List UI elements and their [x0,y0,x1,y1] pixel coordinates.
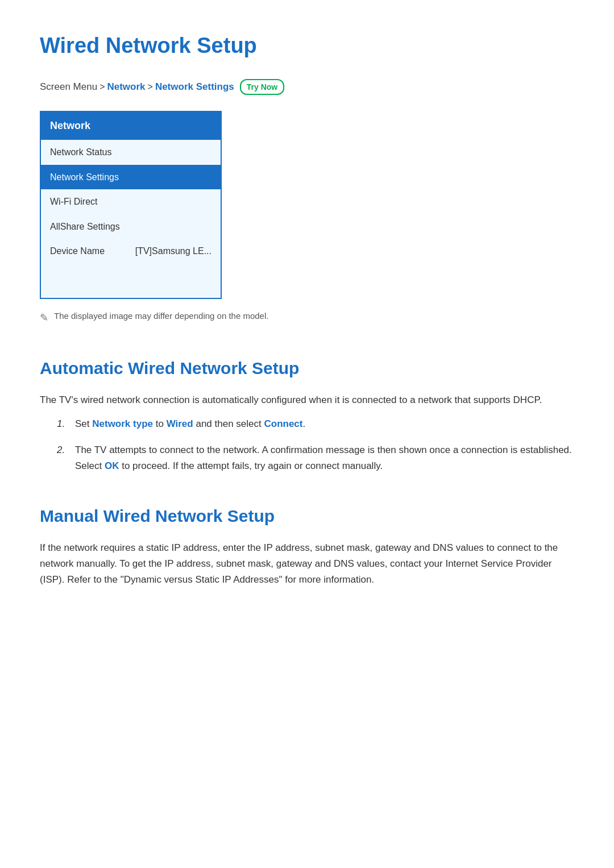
try-now-badge[interactable]: Try Now [240,79,284,95]
disclaimer-text: The displayed image may differ depending… [54,309,268,323]
section-auto-title: Automatic Wired Network Setup [40,355,574,382]
menu-item-allshare[interactable]: AllShare Settings [41,214,221,239]
highlight-wired: Wired [167,418,193,429]
highlight-ok: OK [105,460,119,471]
steps-list: 1. Set Network type to Wired and then se… [57,416,574,474]
section-auto: Automatic Wired Network Setup The TV's w… [40,355,574,474]
section-manual: Manual Wired Network Setup If the networ… [40,502,574,588]
network-menu-box: Network Network Status Network Settings … [40,111,222,299]
highlight-connect: Connect [264,418,302,429]
menu-item-wifi-direct[interactable]: Wi-Fi Direct [41,189,221,214]
step-2: 2. The TV attempts to connect to the net… [57,442,574,474]
breadcrumb-screen-menu: Screen Menu [40,79,97,94]
section-manual-title: Manual Wired Network Setup [40,502,574,530]
highlight-network-type: Network type [92,418,153,429]
step-1: 1. Set Network type to Wired and then se… [57,416,574,432]
section-auto-intro: The TV's wired network connection is aut… [40,392,574,408]
step-1-text: Set Network type to Wired and then selec… [75,416,305,432]
step-2-num: 2. [57,442,68,474]
page-title: Wired Network Setup [40,28,574,63]
breadcrumb-sep1: > [99,80,105,94]
breadcrumb-network[interactable]: Network [107,79,145,94]
breadcrumb-network-settings[interactable]: Network Settings [155,79,234,94]
menu-header: Network [41,112,221,140]
step-2-text: The TV attempts to connect to the networ… [75,442,574,474]
breadcrumb: Screen Menu > Network > Network Settings… [40,79,574,95]
device-name-label: Device Name [50,244,105,259]
menu-item-device-name[interactable]: Device Name [TV]Samsung LE... [41,239,221,264]
step-1-num: 1. [57,416,68,432]
menu-item-network-settings[interactable]: Network Settings [41,165,221,190]
disclaimer: ✎ The displayed image may differ dependi… [40,309,574,326]
breadcrumb-sep2: > [148,80,153,94]
pencil-icon: ✎ [40,310,48,326]
menu-item-network-status[interactable]: Network Status [41,140,221,165]
menu-empty-space [41,264,221,298]
section-manual-body: If the network requires a static IP addr… [40,540,574,588]
device-name-value: [TV]Samsung LE... [135,244,211,259]
